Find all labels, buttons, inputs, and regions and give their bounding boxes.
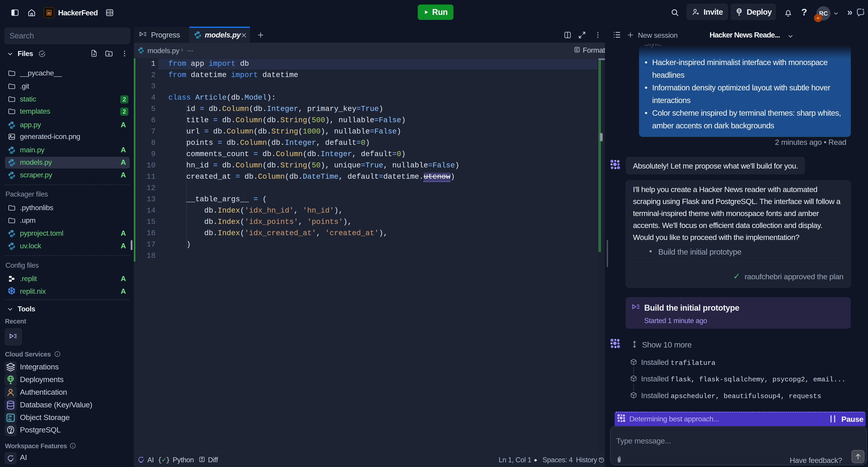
svg-text:01: 01 — [8, 418, 12, 421]
svg-text:10: 10 — [8, 415, 12, 418]
